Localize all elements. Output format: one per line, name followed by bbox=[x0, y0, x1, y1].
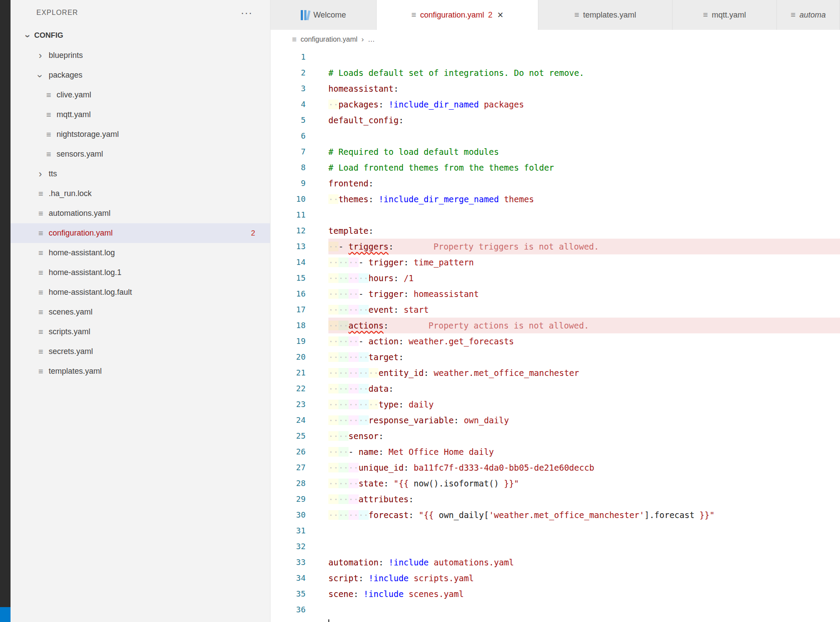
indent-guide: ·· bbox=[349, 273, 359, 283]
code-line-25[interactable]: 25····sensor: bbox=[271, 428, 840, 444]
line-number: 7 bbox=[271, 144, 306, 160]
indent-guide: ·· bbox=[328, 242, 338, 251]
code-line-33[interactable]: 33automation: !include automations.yaml bbox=[271, 554, 840, 570]
tree-item-templates.yaml[interactable]: ≡templates.yaml bbox=[11, 361, 270, 381]
token: time_pattern bbox=[414, 257, 474, 267]
code-editor[interactable]: 12# Loads default set of integrations. D… bbox=[271, 49, 840, 622]
token: : bbox=[404, 257, 414, 267]
tree-item-home-assistant.log.1[interactable]: ≡home-assistant.log.1 bbox=[11, 263, 270, 282]
code-line-5[interactable]: 5default_config: bbox=[271, 112, 840, 128]
code-line-29[interactable]: 29······attributes: bbox=[271, 491, 840, 507]
code-line-30[interactable]: 30········forecast: "{{ own_daily['weath… bbox=[271, 507, 840, 523]
code-line-22[interactable]: 22········data: bbox=[271, 381, 840, 397]
section-header-config[interactable]: › CONFIG bbox=[11, 25, 270, 46]
breadcrumb[interactable]: ≡ configuration.yaml › … bbox=[271, 30, 840, 49]
tree-item-.ha_run.lock[interactable]: ≡.ha_run.lock bbox=[11, 184, 270, 204]
remote-indicator[interactable] bbox=[0, 607, 11, 622]
breadcrumb-more[interactable]: … bbox=[368, 36, 375, 43]
code-line-12[interactable]: 12template: bbox=[271, 223, 840, 239]
indent-guide: ·· bbox=[349, 463, 359, 472]
indent-guide: ·· bbox=[328, 415, 338, 425]
code-line-37[interactable]: 37 bbox=[271, 618, 840, 622]
code-line-18[interactable]: 18····actions:Property actions is not al… bbox=[271, 318, 840, 333]
code-line-16[interactable]: 16······- trigger: homeassistant bbox=[271, 286, 840, 302]
token: homeassistant bbox=[414, 289, 479, 299]
code-line-4[interactable]: 4··packages: !include_dir_named packages bbox=[271, 97, 840, 112]
code-line-2[interactable]: 2# Loads default set of integrations. Do… bbox=[271, 65, 840, 81]
code-line-14[interactable]: 14······- trigger: time_pattern bbox=[271, 254, 840, 270]
code-line-34[interactable]: 34script: !include scripts.yaml bbox=[271, 570, 840, 586]
tab-templates.yaml[interactable]: ≡templates.yaml bbox=[538, 0, 673, 30]
code-line-19[interactable]: 19······- action: weather.get_forecasts bbox=[271, 333, 840, 349]
code-line-28[interactable]: 28······state: "{{ now().isoformat() }}" bbox=[271, 475, 840, 491]
indent-guide: ·· bbox=[349, 368, 359, 378]
tree-item-configuration.yaml[interactable]: ≡configuration.yaml2 bbox=[11, 223, 270, 243]
breadcrumb-file[interactable]: configuration.yaml bbox=[301, 36, 358, 43]
close-icon[interactable]: × bbox=[497, 10, 503, 20]
token: : bbox=[378, 558, 388, 567]
indent-guide: ·· bbox=[338, 415, 349, 425]
code-line-1[interactable]: 1 bbox=[271, 49, 840, 65]
tree-item-mqtt.yaml[interactable]: ≡mqtt.yaml bbox=[11, 105, 270, 125]
tab-mqtt.yaml[interactable]: ≡mqtt.yaml bbox=[673, 0, 777, 30]
indent-guide: ·· bbox=[359, 510, 369, 520]
code-line-20[interactable]: 20········target: bbox=[271, 349, 840, 365]
code-line-13[interactable]: 13··- triggers:Property triggers is not … bbox=[271, 239, 840, 254]
tree-item-scripts.yaml[interactable]: ≡scripts.yaml bbox=[11, 322, 270, 342]
token: automations.yaml bbox=[429, 558, 514, 567]
token: : bbox=[399, 400, 409, 409]
token: : bbox=[378, 100, 388, 109]
tree-item-blueprints[interactable]: ›blueprints bbox=[11, 46, 270, 65]
tab-automa[interactable]: ≡automa bbox=[777, 0, 840, 30]
line-number: 11 bbox=[271, 207, 306, 223]
code-line-3[interactable]: 3homeassistant: bbox=[271, 81, 840, 97]
code-line-23[interactable]: 23··········type: daily bbox=[271, 397, 840, 412]
code-line-11[interactable]: 11 bbox=[271, 207, 840, 223]
more-actions-icon[interactable]: ··· bbox=[241, 11, 253, 15]
code-line-27[interactable]: 27······unique_id: ba11fc7f-d333-4da0-bb… bbox=[271, 460, 840, 475]
tree-item-scenes.yaml[interactable]: ≡scenes.yaml bbox=[11, 302, 270, 322]
line-number: 30 bbox=[271, 507, 306, 523]
code-line-21[interactable]: 21··········entity_id: weather.met_offic… bbox=[271, 365, 840, 381]
token: themes bbox=[499, 194, 534, 204]
tree-item-label: scripts.yaml bbox=[49, 327, 90, 336]
token: template bbox=[328, 226, 369, 236]
tree-item-packages[interactable]: ›packages bbox=[11, 65, 270, 85]
tree-item-home-assistant.log[interactable]: ≡home-assistant.log bbox=[11, 243, 270, 263]
tab-configuration.yaml[interactable]: ≡configuration.yaml2× bbox=[377, 0, 538, 30]
code-line-31[interactable]: 31 bbox=[271, 523, 840, 539]
tree-item-home-assistant.log.fault[interactable]: ≡home-assistant.log.fault bbox=[11, 282, 270, 302]
token: 'weather.met_office_manchester' bbox=[489, 510, 644, 520]
code-line-10[interactable]: 10··themes: !include_dir_merge_named the… bbox=[271, 191, 840, 207]
line-content: ····actions:Property actions is not allo… bbox=[328, 318, 840, 333]
code-line-32[interactable]: 32 bbox=[271, 539, 840, 554]
code-line-26[interactable]: 26····- name: Met Office Home daily bbox=[271, 444, 840, 460]
code-line-7[interactable]: 7# Required to load default modules bbox=[271, 144, 840, 160]
tree-item-secrets.yaml[interactable]: ≡secrets.yaml bbox=[11, 342, 270, 361]
tree-item-sensors.yaml[interactable]: ≡sensors.yaml bbox=[11, 144, 270, 164]
code-line-24[interactable]: 24········response_variable: own_daily bbox=[271, 412, 840, 428]
code-line-6[interactable]: 6 bbox=[271, 128, 840, 144]
tree-item-automations.yaml[interactable]: ≡automations.yaml bbox=[11, 204, 270, 223]
tab-Welcome[interactable]: Welcome bbox=[271, 0, 377, 30]
tab-label: Welcome bbox=[313, 11, 346, 20]
token: - bbox=[359, 257, 369, 267]
line-number: 32 bbox=[271, 539, 306, 554]
tree-item-clive.yaml[interactable]: ≡clive.yaml bbox=[11, 85, 270, 105]
file-tree: ›blueprints›packages≡clive.yaml≡mqtt.yam… bbox=[11, 46, 270, 381]
code-line-17[interactable]: 17········event: start bbox=[271, 302, 840, 318]
code-line-35[interactable]: 35scene: !include scenes.yaml bbox=[271, 586, 840, 602]
code-line-15[interactable]: 15········hours: /1 bbox=[271, 270, 840, 286]
code-line-36[interactable]: 36 bbox=[271, 602, 840, 618]
tree-item-tts[interactable]: ›tts bbox=[11, 164, 270, 184]
tree-item-label: .ha_run.lock bbox=[49, 189, 92, 198]
token: : bbox=[409, 510, 419, 520]
chevron-right-icon: › bbox=[36, 169, 45, 179]
tree-item-nightstorage.yaml[interactable]: ≡nightstorage.yaml bbox=[11, 125, 270, 144]
code-line-8[interactable]: 8# Load frontend themes from the themes … bbox=[271, 160, 840, 175]
line-content: # Loads default set of integrations. Do … bbox=[328, 65, 840, 81]
token: # Required to load default modules bbox=[328, 147, 499, 157]
line-content bbox=[328, 128, 840, 144]
token: frontend bbox=[328, 179, 369, 188]
code-line-9[interactable]: 9frontend: bbox=[271, 175, 840, 191]
